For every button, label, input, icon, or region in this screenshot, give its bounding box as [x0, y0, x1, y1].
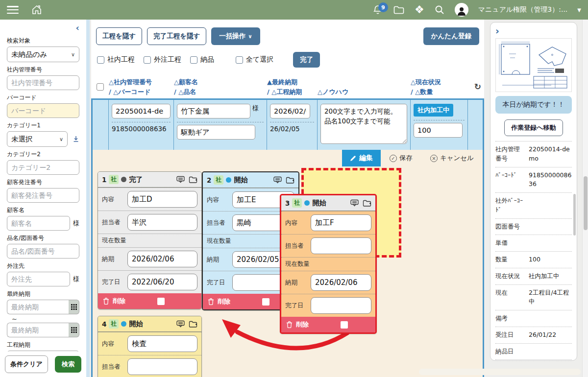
horizontal-scrollbar[interactable] [419, 369, 581, 375]
card-done-date-input[interactable] [311, 297, 371, 314]
inhouse-badge: 社 [109, 319, 119, 329]
customer-order-input[interactable] [7, 188, 79, 203]
card-delete-checkbox[interactable] [341, 321, 348, 329]
process-card-1[interactable]: 1 社 完了 内容 担当者 [98, 171, 202, 309]
edit-quantity-input[interactable] [414, 123, 463, 138]
go-to-work-register-button[interactable]: 作業登録へ移動 [504, 119, 563, 136]
calendar-icon[interactable] [69, 323, 79, 337]
final-due-from-input[interactable] [7, 300, 69, 314]
dropbox-icon[interactable]: ❖ [415, 4, 424, 15]
calendar-icon[interactable] [69, 300, 79, 314]
filter-inhouse-checkbox[interactable]: 社内工程 [97, 55, 135, 64]
edit-internal-no-input[interactable] [112, 104, 171, 118]
folder-plus-icon[interactable] [363, 199, 371, 207]
detail-row-delivery-date: 納品日 [495, 344, 572, 360]
barcode-label: バーコード [7, 94, 79, 102]
card-content-input[interactable] [127, 191, 197, 208]
barcode-input[interactable] [7, 103, 79, 118]
comment-icon[interactable] [273, 176, 282, 184]
card-delete-bar[interactable]: 削除 [281, 317, 375, 332]
folder-plus-icon[interactable] [189, 176, 197, 184]
column-header-knowhow[interactable]: △ノウハウ [318, 77, 411, 96]
inhouse-badge: 社 [109, 175, 119, 184]
outsource-input[interactable] [7, 272, 70, 286]
filter-outsourced-checkbox[interactable]: 外注工程 [144, 55, 181, 64]
folder-plus-icon[interactable] [286, 176, 294, 184]
card-staff-input[interactable] [311, 237, 371, 254]
comment-icon[interactable] [176, 320, 185, 328]
card-done-date-input[interactable] [127, 274, 197, 290]
detail-row-order-date: 受注日26/01/22 [495, 327, 572, 344]
complete-button[interactable]: 完了 [293, 52, 320, 68]
edit-final-due-input[interactable] [270, 104, 310, 118]
inhouse-badge: 社 [214, 175, 223, 185]
card-staff-input[interactable] [127, 358, 197, 375]
hide-completed-process-button[interactable]: 完了工程を隠す [147, 27, 206, 45]
search-icon[interactable] [434, 4, 445, 15]
edit-knowhow-textarea[interactable]: 200文字まで入力可能。品名100文字まで可能 [320, 104, 407, 144]
refresh-icon[interactable]: ↻ [474, 81, 481, 94]
notifications-bell-icon[interactable]: 9 [372, 4, 383, 15]
save-button[interactable]: ✓ 保存 [381, 150, 421, 166]
x-circle-icon: × [430, 155, 438, 162]
category2-input[interactable] [7, 160, 79, 175]
category1-select[interactable]: 未選択 ∨ [7, 131, 68, 147]
column-header-customer[interactable]: △顧客名/ △品名 [174, 77, 267, 96]
edit-button[interactable]: 編集 [342, 150, 381, 166]
user-avatar[interactable] [455, 3, 468, 17]
drawing-thumbnail[interactable] [495, 38, 572, 92]
sidebar-collapse-icon[interactable]: ‹ [76, 23, 79, 33]
status-dot-start [304, 200, 310, 206]
internal-no-input[interactable] [7, 75, 79, 90]
comment-icon[interactable] [176, 176, 185, 184]
files-folder-icon[interactable] [393, 4, 405, 15]
select-all-checkbox[interactable]: 全て選択 [236, 55, 273, 64]
card-content-input[interactable] [311, 214, 371, 231]
card-due-input[interactable] [311, 274, 371, 291]
page-scrollbar[interactable] [582, 20, 588, 377]
card-delete-checkbox[interactable] [157, 298, 165, 305]
card-due-input[interactable] [127, 251, 197, 267]
edit-customer-input[interactable] [177, 104, 250, 118]
home-icon[interactable] [31, 4, 42, 15]
search-target-select[interactable]: 未納品のみ ∨ [7, 47, 79, 62]
card-delete-bar[interactable]: 削除 [98, 293, 201, 309]
process-due-label: 工程納期 [7, 341, 79, 349]
clear-conditions-button[interactable]: 条件クリア [5, 355, 48, 373]
select-row-checkbox[interactable] [97, 83, 104, 91]
column-header-status[interactable]: △現在状況/ △数量 [411, 77, 468, 96]
card-staff-input[interactable] [127, 214, 197, 231]
detail-row-quantity: 数量100 [495, 252, 572, 268]
customer-name-input[interactable] [7, 216, 70, 231]
customer-name-label: 顧客名 [7, 206, 79, 214]
process-card-3-dragging[interactable]: 3 社 開始 内容 担当者 [280, 194, 377, 334]
hide-process-button[interactable]: 工程を隠す [96, 27, 142, 45]
item-name-input[interactable] [7, 244, 79, 259]
card-delete-checkbox[interactable] [262, 298, 270, 306]
page-scrollbar-thumb[interactable] [584, 176, 588, 230]
comment-icon[interactable] [350, 199, 359, 207]
card-content-input[interactable] [127, 335, 197, 352]
search-filter-sidebar: ‹ 検索対象 未納品のみ ∨ 社内管理番号 バーコード カテゴリー1 未選択 ∨… [0, 20, 86, 377]
panel-collapse-icon[interactable]: › [495, 25, 499, 36]
expand-more-icon[interactable] [73, 136, 79, 142]
customer-suffix-label: 様 [73, 219, 79, 228]
edit-item-input[interactable] [177, 125, 255, 140]
column-header-final-due[interactable]: ▲最終納期/ △工程納期 [267, 77, 318, 96]
process-cards-area: 編集 ✓ 保存 × キャンセル 1 社 完了 [93, 150, 483, 377]
search-target-label: 検索対象 [7, 37, 79, 45]
column-header-internal-no[interactable]: △社内管理番号/ △バーコード [109, 77, 174, 96]
process-card-4[interactable]: 4 社 開始 内容 担当者 [98, 316, 202, 377]
cancel-button[interactable]: × キャンセル [421, 150, 483, 166]
bulk-action-button[interactable]: 一括操作 ∨ [211, 27, 260, 45]
final-due-to-input[interactable] [7, 323, 69, 337]
panel-scrollbar-thumb[interactable] [573, 194, 576, 236]
due-today-banner: 本日が納期です！！ [495, 96, 572, 114]
hamburger-menu-icon[interactable] [7, 6, 19, 14]
filter-delivery-checkbox[interactable]: 納品 [190, 55, 214, 64]
status-dot-done [121, 177, 126, 182]
easy-register-button[interactable]: かんたん登録 [423, 27, 479, 45]
user-menu-caret-icon[interactable]: ▼ [577, 7, 581, 13]
search-button[interactable]: 検索 [55, 356, 81, 373]
folder-plus-icon[interactable] [189, 320, 197, 328]
